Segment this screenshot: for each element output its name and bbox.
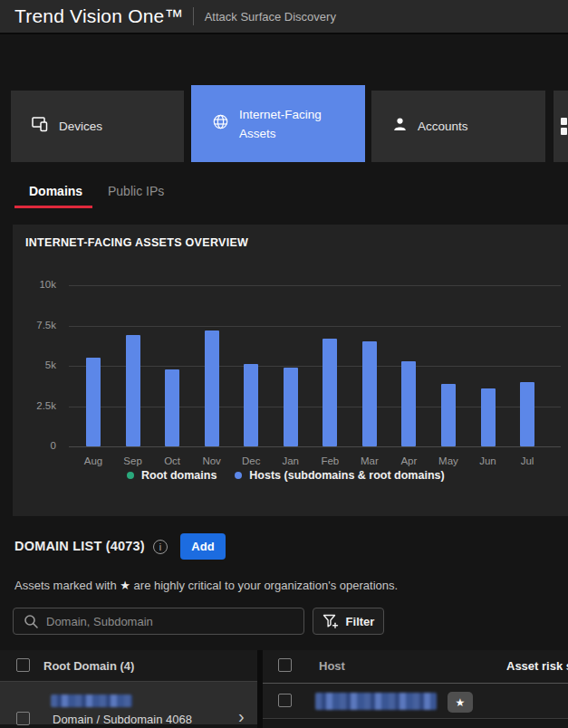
domain-list-title: DOMAIN LIST (4073) — [14, 539, 145, 553]
xtick-aug: Aug — [73, 455, 113, 466]
xtick-sep: Sep — [113, 455, 153, 466]
xtick-feb: Feb — [310, 455, 350, 466]
ytick-7.5k: 7.5k — [13, 320, 56, 330]
host-header-cell: Host Asset risk score — [263, 650, 568, 684]
bar-mar — [362, 341, 377, 446]
tab-accounts[interactable]: Accounts — [371, 91, 545, 162]
star-icon: ★ — [456, 696, 466, 709]
subtab-public-ips[interactable]: Public IPs — [108, 184, 164, 198]
tab-internet-facing-assets-label: Internet-Facing Assets — [239, 105, 337, 143]
legend-dot-blue — [235, 472, 242, 479]
bar-may — [441, 384, 456, 446]
search-input[interactable] — [46, 615, 303, 628]
info-icon[interactable]: i — [153, 540, 168, 554]
bar-jan — [284, 368, 298, 446]
root-domain-column-header[interactable]: Root Domain (4) — [43, 659, 134, 673]
partial-tab-icon — [561, 118, 567, 135]
filter-button[interactable]: Filter — [313, 608, 384, 635]
subtab-domains[interactable]: Domains — [29, 184, 82, 198]
filter-button-label: Filter — [346, 615, 375, 628]
tab-partial-next[interactable] — [554, 91, 568, 162]
legend-dot-green — [127, 472, 134, 479]
root-domain-row-subtitle: Domain / Subdomain 4068 — [53, 713, 192, 726]
xtick-apr: Apr — [389, 455, 428, 466]
root-domain-header-cell: Root Domain (4) — [0, 650, 257, 682]
ytick-2.5k: 2.5k — [13, 400, 56, 411]
bar-oct — [165, 369, 179, 446]
xtick-jul: Jul — [507, 455, 547, 466]
ytick-10k: 10k — [13, 279, 56, 290]
globe-icon — [212, 113, 229, 134]
active-subtab-underline — [14, 206, 92, 208]
bar-sep — [126, 335, 140, 446]
bar-feb — [323, 339, 337, 446]
person-icon — [392, 117, 408, 136]
xtick-jun: Jun — [468, 455, 508, 466]
gridline-7.5k — [69, 326, 561, 327]
chart-legend: Root domains Hosts (subdomains & root do… — [127, 469, 445, 482]
xtick-jan: Jan — [271, 455, 311, 466]
asset-risk-column-header[interactable]: Asset risk score — [506, 659, 568, 673]
ytick-0: 0 — [13, 440, 56, 451]
tab-devices-label: Devices — [59, 120, 102, 133]
tab-accounts-label: Accounts — [418, 120, 468, 133]
xtick-dec: Dec — [231, 455, 271, 466]
app-title: Attack Surface Discovery — [205, 10, 336, 24]
add-button[interactable]: Add — [180, 533, 226, 560]
host-row[interactable]: ★ — [263, 684, 568, 719]
app-header: Trend Vision One™ Attack Surface Discove… — [0, 0, 568, 34]
bar-jul — [520, 382, 534, 446]
search-box — [13, 608, 304, 635]
select-all-hosts-checkbox[interactable] — [278, 658, 292, 672]
ytick-5k: 5k — [13, 359, 56, 370]
xtick-mar: Mar — [350, 455, 390, 466]
header-divider — [193, 7, 194, 25]
bar-dec — [244, 364, 258, 446]
tab-devices[interactable]: Devices — [11, 91, 184, 162]
bar-jun — [481, 388, 496, 446]
host-column-header[interactable]: Host — [319, 659, 345, 673]
xtick-nov: Nov — [192, 455, 232, 466]
select-all-root-domains-checkbox[interactable] — [16, 658, 30, 672]
root-domain-row-checkbox[interactable] — [16, 712, 30, 725]
redacted-host-name[interactable] — [315, 693, 437, 710]
redacted-root-domain-name[interactable] — [51, 694, 132, 707]
bar-aug — [86, 358, 101, 446]
star-icon: ★ — [120, 579, 130, 592]
search-icon — [24, 614, 39, 629]
gridline-0 — [69, 446, 561, 447]
filter-icon — [323, 613, 339, 629]
legend-root-domains: Root domains — [127, 469, 217, 482]
bar-nov — [205, 330, 219, 446]
host-row-checkbox[interactable] — [278, 694, 292, 707]
devices-icon — [32, 117, 49, 136]
next-host-row-edge — [263, 720, 568, 728]
gridline-5k — [69, 366, 561, 367]
xtick-may: May — [428, 455, 468, 466]
bar-apr — [401, 361, 416, 446]
attack-surface-discovery-page: Trend Vision One™ Attack Surface Discove… — [0, 0, 568, 728]
internet-facing-assets-overview-panel: INTERNET-FACING ASSETS OVERVIEW 02.5k5k7… — [13, 225, 568, 516]
gridline-10k — [69, 285, 561, 286]
xtick-oct: Oct — [152, 455, 192, 466]
legend-hosts: Hosts (subdomains & root domains) — [235, 469, 444, 482]
tab-internet-facing-assets[interactable]: Internet-Facing Assets — [191, 85, 365, 162]
chevron-right-icon[interactable]: › — [238, 707, 245, 725]
brand-logo: Trend Vision One™ — [14, 5, 184, 27]
critical-assets-note: Assets marked with ★ are highly critical… — [14, 579, 398, 592]
root-domain-row[interactable]: Domain / Subdomain 4068 › — [0, 682, 257, 724]
critical-star-badge[interactable]: ★ — [448, 692, 473, 713]
